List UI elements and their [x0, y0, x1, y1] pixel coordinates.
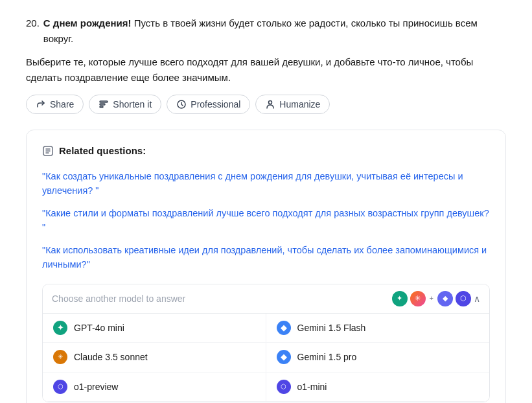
- model-header-icons: ✦ ✳ + ◆ ⬡ ∧: [392, 291, 480, 306]
- gpt4o-mini-avatar: ✦: [53, 321, 67, 335]
- numbered-item-20: 20. С днем рождения! Пусть в твоей жизни…: [26, 16, 506, 47]
- svg-point-4: [269, 101, 272, 104]
- svg-rect-0: [100, 101, 108, 102]
- gpt-icon: ✦: [392, 291, 408, 306]
- model-grid: ✦ GPT-4o mini ◆ Gemini 1.5 Flash ✳ Claud…: [43, 314, 489, 402]
- claude-sonnet-avatar: ✳: [53, 350, 67, 364]
- spark-icon: ✳: [410, 291, 426, 306]
- related-question-3[interactable]: "Как использовать креативные идеи для по…: [42, 243, 490, 272]
- gpt4o-mini-label: GPT-4o mini: [74, 321, 124, 335]
- model-item-o1-preview[interactable]: ⬡ o1-preview: [43, 373, 266, 402]
- item-number: 20.: [26, 16, 40, 47]
- gemini-flash-label: Gemini 1.5 Flash: [297, 321, 366, 335]
- o1-mini-avatar: ⬡: [277, 380, 291, 394]
- professional-icon: [176, 99, 187, 109]
- item-text: С днем рождения! Пусть в твоей жизни буд…: [43, 16, 506, 47]
- chevron-up-icon[interactable]: ∧: [474, 292, 480, 306]
- gemini-pro-avatar: ◆: [277, 350, 291, 364]
- model-item-gemini-flash[interactable]: ◆ Gemini 1.5 Flash: [266, 314, 490, 343]
- o1-mini-label: o1-mini: [297, 380, 327, 394]
- model-item-claude-sonnet[interactable]: ✳ Claude 3.5 sonnet: [43, 343, 266, 372]
- share-icon: [36, 99, 46, 109]
- shorten-icon: [98, 99, 109, 109]
- related-header: Related questions:: [42, 143, 490, 159]
- model-item-gemini-pro[interactable]: ◆ Gemini 1.5 pro: [266, 343, 490, 372]
- humanize-label: Humanize: [279, 99, 320, 109]
- shorten-label: Shorten it: [113, 99, 152, 109]
- related-question-2[interactable]: "Какие стили и форматы поздравлений лучш…: [42, 206, 490, 235]
- share-label: Share: [50, 99, 74, 109]
- model-selector-header[interactable]: Choose another model to answer ✦ ✳ + ◆ ⬡…: [43, 284, 489, 314]
- model-item-o1-mini[interactable]: ⬡ o1-mini: [266, 373, 490, 402]
- related-question-1[interactable]: "Как создать уникальные поздравления с д…: [42, 169, 490, 198]
- gemini-pro-label: Gemini 1.5 pro: [297, 350, 357, 364]
- claude-sonnet-label: Claude 3.5 sonnet: [74, 350, 148, 364]
- o1-preview-avatar: ⬡: [53, 380, 67, 394]
- humanize-icon: [265, 99, 275, 109]
- share-button[interactable]: Share: [26, 95, 84, 114]
- action-buttons-row: Share Shorten it Professional: [26, 95, 506, 114]
- model-selector: Choose another model to answer ✦ ✳ + ◆ ⬡…: [42, 284, 490, 402]
- gemini-icon-2: ⬡: [456, 291, 471, 306]
- svg-rect-2: [100, 106, 103, 108]
- model-item-gpt4o-mini[interactable]: ✦ GPT-4o mini: [43, 314, 266, 343]
- model-placeholder-text: Choose another model to answer: [52, 292, 185, 306]
- o1-preview-label: o1-preview: [74, 380, 118, 394]
- gemini-icon-1: ◆: [437, 291, 453, 306]
- humanize-button[interactable]: Humanize: [255, 95, 330, 114]
- subtitle-text: Выберите те, которые лучше всего подходя…: [26, 54, 506, 86]
- shorten-button[interactable]: Shorten it: [89, 95, 161, 114]
- svg-rect-1: [100, 104, 105, 105]
- item-bold: С днем рождения!: [43, 17, 132, 29]
- professional-button[interactable]: Professional: [167, 95, 250, 114]
- related-icon: [42, 145, 54, 157]
- related-section: Related questions: "Как создать уникальн…: [26, 130, 506, 403]
- gemini-flash-avatar: ◆: [277, 321, 291, 335]
- related-title: Related questions:: [59, 143, 146, 159]
- professional-label: Professional: [191, 99, 240, 109]
- plus-badge: +: [430, 293, 434, 305]
